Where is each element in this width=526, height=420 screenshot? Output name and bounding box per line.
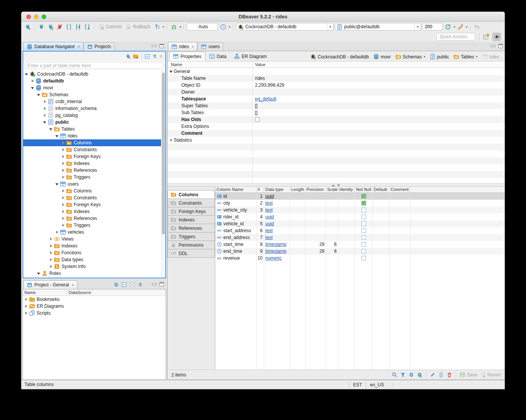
expand-twistie-icon[interactable] (49, 258, 53, 262)
tree-item-cockroachdb-defaultdb[interactable]: CockroachDB - defaultdb (23, 71, 165, 78)
transaction-history-icon[interactable] (219, 23, 227, 31)
data-type-link[interactable]: text (265, 200, 273, 206)
disconnect-icon[interactable] (56, 23, 64, 31)
minimize-window-button[interactable] (34, 15, 39, 19)
tree-item-foreign-keys[interactable]: Foreign Keys (23, 153, 165, 160)
tab-database-navigator[interactable]: Database Navigator × (23, 42, 84, 51)
edit-icon[interactable] (430, 372, 436, 378)
new-connection-icon[interactable] (125, 53, 131, 59)
property-row-extra-options[interactable]: Extra Options (168, 123, 505, 130)
expand-twistie-icon[interactable] (61, 203, 66, 207)
breadcrumb-rides[interactable]: rides (482, 54, 499, 60)
collapse-twistie-icon[interactable] (25, 72, 29, 76)
tree-item-schemas[interactable]: Schemas (23, 91, 165, 98)
tree-item-information-schema[interactable]: information_schema (23, 105, 165, 112)
detail-tab-foreign-keys[interactable]: Foreign Keys (168, 207, 215, 216)
column-header-default[interactable]: Default (373, 187, 389, 192)
tab-data[interactable]: Data (205, 52, 230, 61)
tree-item-roles[interactable]: Roles (23, 270, 165, 277)
editor-tab-users[interactable]: users (197, 42, 223, 51)
minimize-view-button[interactable] (152, 45, 157, 47)
data-type-link[interactable]: text (265, 228, 273, 233)
rollback-button[interactable]: Rollback (124, 24, 152, 30)
property-row-sub-tables[interactable]: Sub Tables[] (168, 109, 505, 116)
new-connection-icon[interactable] (24, 23, 32, 31)
detail-tab-permissions[interactable]: Permissions (168, 241, 215, 249)
collapse-twistie-icon[interactable] (55, 134, 60, 138)
close-tab-icon[interactable]: × (192, 44, 194, 49)
column-row-city[interactable]: ABCcity2text (215, 200, 505, 207)
gear-icon[interactable] (113, 282, 119, 288)
open-perspective-icon[interactable] (482, 33, 490, 41)
property-row-object-id[interactable]: Object ID2,293,998,429 (168, 82, 505, 89)
zoom-window-button[interactable] (42, 15, 46, 19)
detail-tab-references[interactable]: References (168, 224, 215, 233)
schema-select-arrow-icon[interactable]: ▼ (415, 23, 421, 30)
unchecked-checkbox[interactable] (361, 208, 366, 212)
column-header-length[interactable]: Length (290, 187, 305, 192)
view-menu-icon[interactable]: ▽ (160, 55, 162, 58)
maximize-view-button[interactable] (160, 282, 164, 286)
new-folder-icon[interactable] (133, 53, 139, 59)
expand-twistie-icon[interactable] (55, 230, 60, 234)
column-row-id[interactable]: id1uuid (215, 193, 505, 200)
tree-item-tables[interactable]: Tables (23, 126, 165, 132)
refresh-settings-icon[interactable] (417, 372, 423, 378)
column-row-revenue[interactable]: 123revenue10numeric (215, 255, 505, 262)
breadcrumb-public[interactable]: public (430, 54, 449, 60)
data-type-link[interactable]: uuid (265, 194, 274, 199)
unchecked-checkbox[interactable] (361, 215, 366, 219)
detail-tab-constraints[interactable]: Constraints (168, 199, 215, 207)
tab-er-diagram[interactable]: ER Diagram (230, 52, 270, 61)
tree-item-columns[interactable]: Columns (23, 187, 165, 194)
expand-twistie-icon[interactable] (61, 196, 66, 200)
tree-item-defaultdb[interactable]: defaultdb (23, 78, 165, 84)
breadcrumb-tables[interactable]: Tables▾ (453, 54, 478, 60)
tree-item-functions[interactable]: Functions (23, 249, 165, 256)
tree-item-users[interactable]: users (23, 181, 165, 187)
format-icon[interactable] (456, 23, 464, 31)
unchecked-checkbox[interactable] (361, 242, 366, 247)
detail-tab-columns[interactable]: Columns (168, 190, 215, 199)
tab-project-general[interactable]: Project - General × (23, 280, 77, 289)
expand-twistie-icon[interactable] (49, 265, 53, 269)
sash-up-icon[interactable] (332, 184, 335, 186)
unchecked-checkbox[interactable] (361, 249, 366, 254)
column-header--[interactable]: # (257, 187, 264, 192)
expand-twistie-icon[interactable] (24, 311, 29, 315)
tree-item-foreign-keys[interactable]: Foreign Keys (23, 201, 165, 208)
collapse-twistie-icon[interactable] (31, 86, 35, 90)
maximize-view-button[interactable] (160, 44, 164, 48)
sql-editor-icon[interactable] (65, 23, 73, 31)
section-sash[interactable] (168, 183, 505, 187)
expand-twistie-icon[interactable] (61, 223, 66, 228)
column-row-rider-id[interactable]: rider_id4uuid (215, 213, 505, 220)
column-header-data-type[interactable]: Data type (264, 187, 290, 192)
expand-twistie-icon[interactable] (43, 100, 47, 104)
column-header-comment[interactable]: Comment (389, 187, 411, 192)
tree-item-references[interactable]: References (23, 167, 165, 174)
undo-icon[interactable] (473, 23, 481, 31)
breadcrumb-cockroachdb-defaultdb[interactable]: CockroachDB - defaultdb (310, 54, 369, 60)
expand-twistie-icon[interactable] (43, 107, 47, 111)
open-sql-editor-icon[interactable] (74, 23, 82, 31)
data-type-link[interactable]: timestamp (265, 242, 286, 247)
unchecked-checkbox[interactable] (361, 235, 366, 240)
collapse-twistie-icon[interactable] (37, 271, 41, 276)
timezone-indicator[interactable]: EST (349, 381, 366, 388)
data-type-link[interactable]: text (265, 207, 273, 213)
navigator-scrollbar[interactable] (161, 70, 165, 278)
tree-item-vehicles[interactable]: vehicles (23, 229, 165, 236)
tree-item-views[interactable]: Views (23, 236, 165, 242)
editor-tab-rides[interactable]: rides× (168, 42, 197, 51)
property-row-super-tables[interactable]: Super Tables[] (168, 102, 505, 109)
property-row-comment[interactable]: Comment (168, 130, 505, 137)
expand-twistie-icon[interactable] (24, 304, 29, 309)
column-header-not-null[interactable]: Not Null (355, 187, 373, 192)
expand-twistie-icon[interactable] (61, 189, 66, 193)
tree-item-indexes[interactable]: Indexes (23, 242, 165, 249)
expand-twistie-icon[interactable] (43, 113, 47, 118)
data-type-link[interactable]: uuid (265, 214, 274, 220)
tree-item-triggers[interactable]: Triggers (23, 174, 165, 181)
tree-item-constraints[interactable]: Constraints (23, 194, 165, 201)
